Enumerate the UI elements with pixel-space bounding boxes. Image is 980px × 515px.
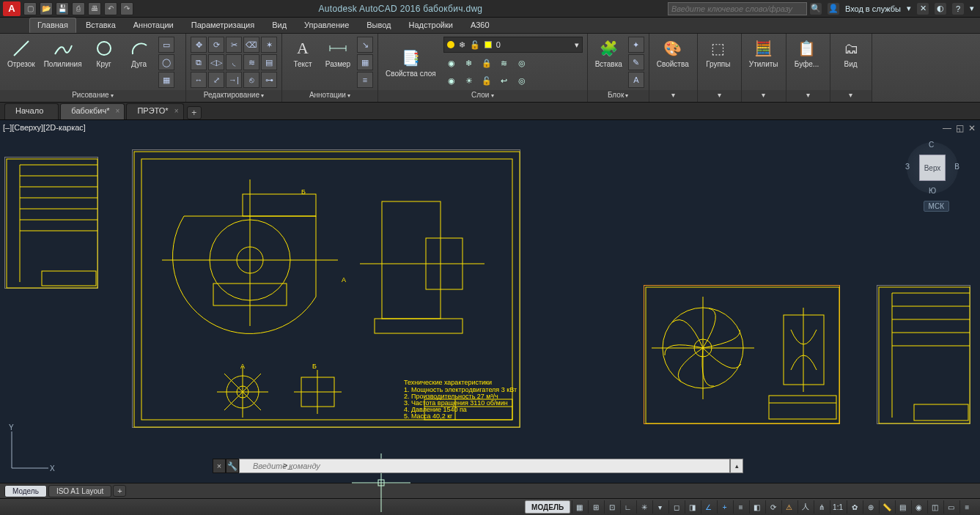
close-icon[interactable]: × (116, 107, 120, 115)
viewport-close-icon[interactable]: ✕ (968, 123, 976, 133)
qat-redo-icon[interactable]: ↷ (120, 2, 133, 15)
command-input[interactable] (239, 459, 730, 473)
array-button[interactable]: ▤ (261, 54, 277, 70)
signin-icon[interactable]: 👤 (828, 3, 839, 15)
quickprops-icon[interactable]: ▤ (895, 500, 910, 514)
erase-button[interactable]: ⌫ (243, 37, 259, 53)
layer-lock-button[interactable]: 🔒 (479, 55, 495, 71)
viewport-restore-icon[interactable]: ◱ (956, 123, 964, 133)
panel-properties-title[interactable]: ▾ (649, 90, 697, 102)
tab-output[interactable]: Вывод (358, 18, 399, 33)
signin-dropdown-icon[interactable]: ▾ (907, 4, 911, 13)
annovis-icon[interactable]: ⋔ (814, 500, 828, 514)
exchange-icon[interactable]: ✕ (917, 3, 929, 15)
lineweight-icon[interactable]: ≡ (733, 500, 748, 514)
dimension-button[interactable]: Размер (322, 37, 354, 70)
extend-button[interactable]: →| (226, 72, 242, 88)
qat-plot-icon[interactable]: 🖶 (88, 2, 101, 15)
isolate-icon[interactable]: ◫ (927, 500, 942, 514)
leader-button[interactable]: ↘ (357, 37, 373, 53)
view-button[interactable]: 🗂 Вид (835, 37, 867, 70)
hatch-button[interactable]: ▦ (158, 72, 174, 88)
copy-button[interactable]: ⧉ (191, 54, 207, 70)
new-doc-button[interactable]: + (187, 106, 202, 119)
layer-uniso-button[interactable]: ◎ (514, 73, 530, 89)
viewport-minimize-icon[interactable]: — (943, 123, 951, 133)
layer-off-button[interactable]: ◉ (443, 55, 460, 71)
explode-button[interactable]: ✶ (261, 37, 277, 53)
join-button[interactable]: ⊶ (261, 72, 277, 88)
transparency-icon[interactable]: ◧ (749, 500, 764, 514)
cmdline-history-icon[interactable]: ▴ (730, 459, 743, 473)
infocenter-search-input[interactable] (668, 2, 807, 15)
customize-icon[interactable]: ≡ (959, 500, 974, 514)
snap-icon[interactable]: ⊞ (588, 500, 603, 514)
trim-button[interactable]: ✂ (226, 37, 242, 53)
viewcube-face[interactable]: Верх (919, 155, 946, 181)
layer-freeze-button[interactable]: ❄ (461, 55, 477, 71)
new-layout-button[interactable]: + (113, 485, 126, 497)
insert-block-button[interactable]: 🧩 Вставка (592, 37, 625, 70)
hardware-icon[interactable]: ◉ (911, 500, 926, 514)
otrack-icon[interactable]: ∠ (701, 500, 715, 514)
clipboard-button[interactable]: 📋 Буфе... (791, 37, 823, 70)
scale-button[interactable]: ⤢ (208, 72, 224, 88)
edit-block-button[interactable]: ✎ (628, 54, 644, 70)
rect-button[interactable]: ▭ (158, 37, 174, 53)
help-icon[interactable]: ? (952, 3, 964, 15)
panel-groups-title[interactable]: ▾ (698, 90, 741, 102)
help-dropdown-icon[interactable]: ▾ (970, 4, 974, 13)
groups-button[interactable]: ⬚ Группы (702, 37, 734, 70)
break-button[interactable]: ⎋ (243, 72, 259, 88)
layer-iso-button[interactable]: ◎ (514, 55, 530, 71)
grid-icon[interactable]: ▦ (572, 500, 586, 514)
app-logo-icon[interactable]: A (3, 1, 21, 16)
osnap-icon[interactable]: ◻ (668, 500, 683, 514)
qat-open-icon[interactable]: 📂 (40, 2, 53, 15)
cycle-icon[interactable]: ⟳ (765, 500, 780, 514)
stayconnected-icon[interactable]: ◐ (935, 3, 946, 15)
panel-layers-title[interactable]: Слои (471, 91, 494, 99)
stretch-button[interactable]: ↔ (191, 72, 207, 88)
qat-saveas-icon[interactable]: ⎙ (72, 2, 85, 15)
layer-thaw-button[interactable]: ☀ (461, 73, 477, 89)
infer-icon[interactable]: ⊡ (604, 500, 619, 514)
annomon-icon[interactable]: ⚠ (781, 500, 796, 514)
layer-prev-button[interactable]: ↩ (496, 73, 512, 89)
layer-properties-button[interactable]: 📑 Свойства слоя (383, 46, 439, 79)
workspace-icon[interactable]: ✿ (847, 500, 861, 514)
ellipse-button[interactable]: ◯ (158, 54, 174, 70)
panel-clipboard-title[interactable]: ▾ (786, 90, 830, 102)
scale-label[interactable]: 1:1 (830, 500, 845, 514)
arc-button[interactable]: Дуга (123, 37, 155, 70)
close-icon[interactable]: × (174, 107, 179, 115)
signin-label[interactable]: Вход в службы (845, 4, 901, 13)
tab-home[interactable]: Главная (29, 18, 76, 33)
doctab-current[interactable]: бабокбич*× (60, 103, 125, 119)
tab-parametric[interactable]: Параметризация (183, 18, 262, 33)
mtext-button[interactable]: ≡ (357, 72, 373, 88)
mirror-button[interactable]: ◁▷ (208, 54, 224, 70)
panel-view-title[interactable]: ▾ (830, 90, 872, 102)
utilities-button[interactable]: 🧮 Утилиты (746, 37, 781, 70)
text-button[interactable]: A Текст (287, 37, 319, 70)
search-icon[interactable]: 🔍 (810, 3, 822, 15)
iso-icon[interactable]: ▾ (652, 500, 667, 514)
doctab-other[interactable]: ПРЭТО*× (126, 103, 183, 119)
qat-save-icon[interactable]: 💾 (56, 2, 69, 15)
table-button[interactable]: ▦ (357, 54, 373, 70)
dyn-icon[interactable]: + (717, 500, 732, 514)
polar-icon[interactable]: ✳ (636, 500, 651, 514)
panel-annotate-title[interactable]: Аннотации (309, 91, 350, 99)
ucs-label[interactable]: МСК (924, 201, 949, 212)
panel-draw-title[interactable]: Рисование (72, 91, 114, 99)
units-icon[interactable]: 📏 (879, 500, 894, 514)
offset-button[interactable]: ≋ (243, 54, 259, 70)
drawing-canvas[interactable]: [–][Сверху][2D-каркас] — ◱ ✕ Верх С Ю В … (0, 120, 980, 483)
fillet-button[interactable]: ◟ (226, 54, 242, 70)
tab-manage[interactable]: Управление (296, 18, 357, 33)
create-block-button[interactable]: ✦ (628, 37, 644, 53)
tab-view[interactable]: Вид (264, 18, 295, 33)
line-button[interactable]: Отрезок (4, 37, 38, 70)
qat-new-icon[interactable]: ▢ (23, 2, 37, 15)
